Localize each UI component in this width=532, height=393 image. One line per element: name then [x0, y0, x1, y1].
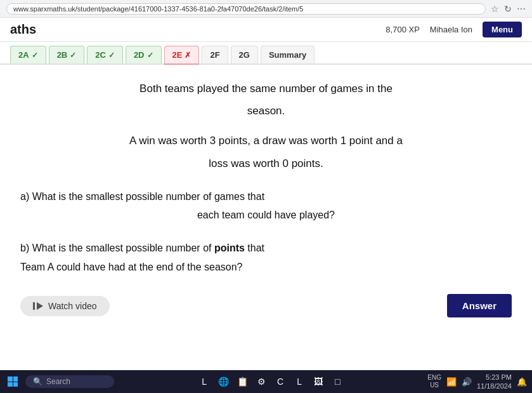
address-bar: www.sparxmaths.uk/student/package/416170… [0, 0, 532, 18]
tab-2B[interactable]: 2B ✓ [49, 46, 85, 63]
main-content: Both teams played the same number of gam… [0, 65, 532, 370]
part-a-block: a) What is the smallest possible number … [20, 189, 512, 226]
windows-icon [8, 376, 18, 387]
part-a-text-2: each team could have played? [20, 207, 512, 223]
tab-summary[interactable]: Summary [261, 46, 315, 63]
browser-icons: ☆ ↻ ⋯ [491, 4, 526, 14]
taskbar-icons: L 🌐 📋 ⚙ C L 🖼 □ [119, 374, 422, 389]
tab-2B-check-icon: ✓ [70, 51, 76, 60]
part-a-text: a) What is the smallest possible number … [20, 189, 512, 205]
tab-summary-label: Summary [269, 50, 306, 60]
xp-display: 8,700 XP [386, 25, 420, 34]
video-bar-icon [33, 302, 35, 310]
taskbar-icon-5[interactable]: C [273, 374, 288, 389]
time-display: 5:23 PM [477, 373, 512, 382]
header: aths 8,700 XP Mihaela Ion Menu [0, 18, 532, 42]
tab-bar: 2A ✓ 2B ✓ 2C ✓ 2D ✓ 2E ✗ 2F 2G Summary [0, 42, 532, 65]
taskbar-icon-4[interactable]: ⚙ [254, 374, 269, 389]
play-triangle-icon [37, 302, 43, 310]
date-display: 11/18/2024 [477, 382, 512, 390]
taskbar: 🔍 Search L 🌐 📋 ⚙ C L 🖼 □ ENGUS 📶 🔊 5:23 … [0, 370, 532, 393]
sound-icon: 🔊 [462, 377, 472, 387]
app-logo: aths [10, 22, 36, 37]
tab-2A-check-icon: ✓ [32, 51, 38, 60]
tab-2B-label: 2B [57, 50, 68, 60]
tab-2A-label: 2A [18, 50, 29, 60]
part-b-question-end: that [245, 243, 264, 253]
part-b-text: b) What is the smallest possible number … [20, 240, 512, 256]
part-b-line-2: Team A could have had at the end of the … [20, 259, 512, 276]
tab-2E-x-icon: ✗ [185, 51, 191, 60]
star-icon[interactable]: ☆ [491, 4, 499, 14]
locale-display: ENGUS [427, 374, 441, 389]
rule-text-2: loss was worth 0 points. [20, 155, 512, 172]
bottom-row: Watch video Answer [20, 294, 512, 317]
clock-display: 5:23 PM 11/18/2024 [477, 373, 512, 391]
tab-2F-label: 2F [210, 50, 219, 60]
part-b-bold-word: points [214, 243, 245, 253]
part-a-question-1: What is the smallest possible number of … [32, 191, 264, 202]
part-b-block: b) What is the smallest possible number … [20, 240, 512, 277]
taskbar-icon-6[interactable]: L [292, 374, 307, 389]
taskbar-icon-2[interactable]: 🌐 [216, 374, 231, 389]
taskbar-icon-8[interactable]: □ [330, 374, 345, 389]
refresh-icon[interactable]: ↻ [504, 4, 512, 14]
taskbar-right: ENGUS 📶 🔊 5:23 PM 11/18/2024 🔔 [427, 373, 527, 391]
watch-video-label: Watch video [48, 301, 97, 311]
tab-2E-label: 2E [172, 50, 183, 60]
tab-2C-check-icon: ✓ [108, 51, 115, 60]
url-bar[interactable]: www.sparxmaths.uk/student/package/416170… [6, 3, 486, 15]
part-b-question-start: What is the smallest possible number of [32, 243, 214, 253]
taskbar-icon-7[interactable]: 🖼 [311, 374, 326, 389]
tab-2A[interactable]: 2A ✓ [10, 46, 46, 63]
tab-2G-label: 2G [239, 50, 250, 60]
rule-text-1: A win was worth 3 points, a draw was wor… [20, 132, 512, 149]
notification-icon[interactable]: 🔔 [517, 377, 527, 387]
wifi-icon: 📶 [446, 377, 457, 387]
taskbar-search[interactable]: 🔍 Search [25, 375, 114, 388]
intro-text-2: season. [20, 102, 512, 119]
search-icon: 🔍 [33, 377, 42, 386]
intro-text-1: Both teams played the same number of gam… [20, 80, 512, 97]
tab-2G[interactable]: 2G [231, 46, 258, 63]
app-container: aths 8,700 XP Mihaela Ion Menu 2A ✓ 2B ✓… [0, 18, 532, 370]
taskbar-icon-1[interactable]: L [197, 374, 212, 389]
part-a-label: a) [20, 191, 29, 202]
user-name: Mihaela Ion [430, 25, 472, 34]
watch-video-button[interactable]: Watch video [20, 296, 110, 316]
tab-2D-label: 2D [134, 50, 145, 60]
header-right: 8,700 XP Mihaela Ion Menu [386, 22, 522, 37]
answer-button[interactable]: Answer [447, 294, 512, 317]
more-icon[interactable]: ⋯ [517, 4, 526, 14]
tab-2D[interactable]: 2D ✓ [126, 46, 162, 63]
tab-2E[interactable]: 2E ✗ [164, 46, 200, 65]
taskbar-icon-3[interactable]: 📋 [235, 374, 250, 389]
search-label: Search [46, 377, 70, 386]
start-button[interactable] [5, 374, 20, 389]
tab-2C[interactable]: 2C ✓ [87, 46, 123, 63]
tab-2D-check-icon: ✓ [147, 51, 153, 60]
tab-2F[interactable]: 2F [202, 46, 228, 63]
part-b-label: b) [20, 243, 29, 253]
tab-2C-label: 2C [95, 50, 106, 60]
menu-button[interactable]: Menu [483, 22, 522, 37]
